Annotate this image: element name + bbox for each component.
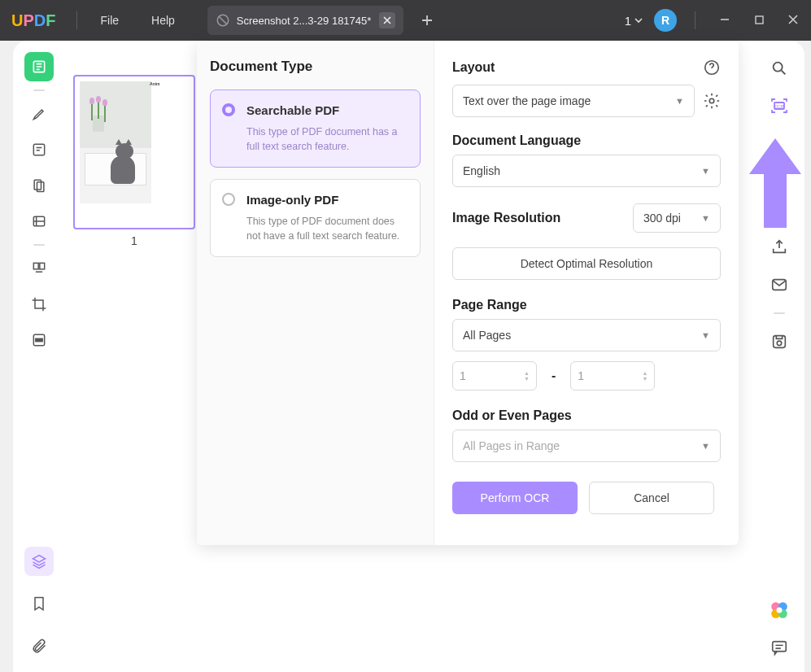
tab-close-button[interactable]: [379, 12, 395, 28]
organize-tool[interactable]: [24, 254, 54, 283]
svg-rect-1: [756, 16, 763, 24]
stepper-arrows-icon: ▲▼: [642, 370, 647, 382]
form-tool[interactable]: [24, 207, 54, 236]
page-from-value: 1: [460, 369, 466, 382]
caret-down-icon: ▼: [701, 441, 710, 451]
plus-icon: [421, 15, 433, 26]
layout-settings-button[interactable]: [703, 92, 721, 110]
window-minimize[interactable]: [713, 14, 736, 27]
thumbnail-page-number: 1: [73, 234, 195, 247]
tab-doc-icon: [216, 13, 230, 28]
resolution-label: Image Resolution: [452, 211, 560, 225]
resolution-select[interactable]: 300 dpi ▼: [633, 203, 721, 233]
ocr-icon: OCR: [770, 96, 789, 116]
layout-value: Text over the page image: [463, 94, 591, 107]
option-description: This type of PDF document does not have …: [246, 215, 408, 243]
svg-text:OCR: OCR: [774, 104, 784, 109]
layout-select[interactable]: Text over the page image ▼: [452, 85, 695, 117]
divider: [76, 11, 77, 29]
help-icon[interactable]: [703, 59, 721, 76]
edit-tool[interactable]: [24, 135, 54, 164]
edit-text-icon: [31, 142, 47, 158]
maximize-icon: [755, 15, 764, 24]
layout-label: Layout: [452, 60, 495, 75]
document-tab[interactable]: Screenshot 2...3-29 181745*: [207, 6, 404, 35]
menu-help[interactable]: Help: [135, 14, 191, 27]
ocr-button[interactable]: OCR: [768, 94, 791, 117]
comment-icon: [770, 639, 788, 657]
titlebar: UPDF File Help Screenshot 2...3-29 18174…: [0, 0, 811, 41]
page-to-stepper[interactable]: 1 ▲▼: [570, 361, 655, 391]
radio-icon: [222, 103, 235, 116]
svg-rect-8: [40, 263, 45, 269]
svg-rect-22: [773, 642, 787, 652]
close-icon: [788, 15, 798, 24]
cancel-button[interactable]: Cancel: [589, 482, 714, 514]
window-maximize[interactable]: [748, 14, 770, 27]
odd-even-value: All Pages in Range: [463, 439, 560, 452]
option-image-only-pdf[interactable]: Image-only PDF This type of PDF document…: [210, 179, 421, 257]
highlight-tool[interactable]: [24, 99, 54, 129]
language-label: Document Language: [452, 133, 721, 148]
svg-rect-3: [33, 144, 44, 155]
user-avatar[interactable]: R: [654, 9, 677, 32]
language-value: English: [463, 164, 500, 177]
new-tab-button[interactable]: [421, 11, 433, 30]
redact-icon: [31, 332, 47, 348]
odd-even-select[interactable]: All Pages in Range ▼: [452, 430, 721, 462]
organize-icon: [31, 260, 47, 277]
minimize-icon: [720, 15, 730, 24]
save-button[interactable]: [768, 330, 791, 353]
page-thumbnail-1[interactable]: Anim: [73, 75, 195, 229]
svg-point-11: [774, 63, 783, 72]
page-range-select[interactable]: All Pages ▼: [452, 319, 721, 351]
option-title: Image-only PDF: [246, 193, 408, 207]
bookmark-icon: [31, 596, 47, 612]
layers-button[interactable]: [24, 547, 54, 576]
page-thumbnails: Anim 1: [73, 75, 195, 247]
ai-flower-icon: [769, 600, 790, 621]
redact-tool[interactable]: [24, 325, 54, 355]
ocr-dialog: Document Type Searchable PDF This type o…: [197, 41, 739, 545]
option-title: Searchable PDF: [246, 103, 408, 117]
form-icon: [31, 213, 47, 229]
svg-rect-10: [36, 338, 42, 341]
crop-tool[interactable]: [24, 290, 54, 319]
bookmark-button[interactable]: [24, 589, 54, 618]
page-tool[interactable]: [24, 171, 54, 200]
divider: [695, 11, 695, 29]
svg-point-21: [777, 608, 783, 613]
window-close[interactable]: [782, 14, 804, 27]
layers-icon: [31, 553, 47, 569]
tab-count[interactable]: 1: [625, 14, 643, 28]
language-select[interactable]: English ▼: [452, 155, 721, 187]
page-to-value: 1: [578, 369, 584, 382]
option-description: This type of PDF document has a full tex…: [246, 125, 408, 154]
attachment-button[interactable]: [24, 631, 54, 661]
reader-tool[interactable]: [24, 52, 54, 81]
export-button[interactable]: [768, 236, 791, 259]
separator: [774, 312, 785, 314]
page-from-stepper[interactable]: 1 ▲▼: [452, 361, 537, 391]
perform-ocr-button[interactable]: Perform OCR: [452, 482, 578, 514]
crop-icon: [31, 296, 47, 312]
ocr-settings-pane: Layout Text over the page image ▼ Docume…: [434, 41, 739, 545]
document-type-heading: Document Type: [210, 59, 421, 75]
app-logo: UPDF: [11, 11, 55, 30]
mail-button[interactable]: [768, 273, 791, 296]
svg-point-24: [709, 98, 714, 103]
page-range-value: All Pages: [463, 329, 511, 342]
menu-file[interactable]: File: [84, 14, 135, 27]
option-searchable-pdf[interactable]: Searchable PDF This type of PDF document…: [210, 89, 421, 168]
comment-button[interactable]: [768, 636, 791, 659]
detect-resolution-button[interactable]: Detect Optimal Resolution: [452, 247, 721, 280]
thumbnail-text: Anim: [150, 81, 190, 86]
pages-icon: [31, 177, 47, 194]
svg-rect-4: [34, 180, 41, 190]
odd-even-label: Odd or Even Pages: [452, 408, 721, 423]
ai-button[interactable]: [768, 599, 791, 622]
search-button[interactable]: [768, 57, 791, 80]
tab-count-value: 1: [625, 14, 631, 28]
caret-down-icon: ▼: [701, 213, 710, 223]
stepper-arrows-icon: ▲▼: [524, 370, 530, 382]
